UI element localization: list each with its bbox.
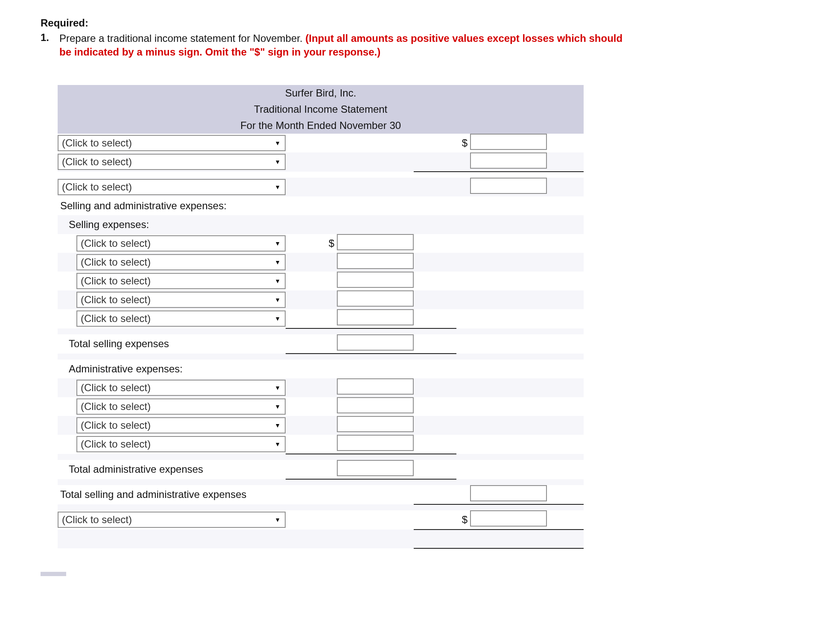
select-placeholder: (Click to select) [81, 382, 151, 394]
required-label: Required: [41, 17, 798, 29]
total-selling-input[interactable] [337, 334, 414, 351]
footer-decoration [41, 572, 66, 576]
select-placeholder: (Click to select) [81, 313, 151, 325]
admin-select-1[interactable]: (Click to select) ▼ [76, 380, 286, 396]
line-select-1[interactable]: (Click to select) ▼ [58, 135, 286, 151]
selling-input-4[interactable] [337, 290, 414, 307]
selling-select-4[interactable]: (Click to select) ▼ [76, 292, 286, 308]
select-placeholder: (Click to select) [62, 137, 132, 149]
chevron-down-icon: ▼ [275, 259, 281, 266]
dollar-symbol: $ [286, 234, 337, 253]
admin-input-2[interactable] [337, 397, 414, 413]
total-admin-label: Total administrative expenses [66, 460, 286, 479]
admin-expenses-header: Administrative expenses: [66, 360, 584, 378]
instruction-text: Prepare a traditional income statement f… [59, 32, 636, 59]
chevron-down-icon: ▼ [275, 422, 281, 429]
period-line: For the Month Ended November 30 [58, 117, 584, 134]
instruction-plain: Prepare a traditional income statement f… [59, 32, 305, 44]
dollar-symbol: $ [456, 510, 470, 530]
total-selling-label: Total selling expenses [66, 334, 286, 354]
total-selling-admin-input[interactable] [470, 485, 547, 501]
select-placeholder: (Click to select) [62, 181, 132, 193]
selling-select-5[interactable]: (Click to select) ▼ [76, 310, 286, 327]
admin-select-4[interactable]: (Click to select) ▼ [76, 436, 286, 452]
select-placeholder: (Click to select) [62, 514, 132, 526]
select-placeholder: (Click to select) [81, 256, 151, 268]
final-line-select[interactable]: (Click to select) ▼ [58, 512, 286, 528]
chevron-down-icon: ▼ [275, 240, 281, 247]
company-name: Surfer Bird, Inc. [58, 85, 584, 101]
chevron-down-icon: ▼ [275, 278, 281, 284]
select-placeholder: (Click to select) [81, 237, 151, 249]
total-admin-input[interactable] [337, 460, 414, 476]
selling-input-2[interactable] [337, 253, 414, 269]
select-placeholder: (Click to select) [81, 419, 151, 431]
selling-admin-header: Selling and administrative expenses: [58, 196, 584, 215]
admin-select-2[interactable]: (Click to select) ▼ [76, 398, 286, 415]
chevron-down-icon: ▼ [275, 296, 281, 303]
select-placeholder: (Click to select) [81, 294, 151, 306]
admin-input-4[interactable] [337, 435, 414, 451]
admin-select-3[interactable]: (Click to select) ▼ [76, 417, 286, 433]
income-statement-table: Surfer Bird, Inc. Traditional Income Sta… [58, 85, 584, 549]
chevron-down-icon: ▼ [275, 441, 281, 448]
instructions-block: 1. Prepare a traditional income statemen… [41, 32, 798, 59]
select-placeholder: (Click to select) [81, 438, 151, 450]
selling-input-5[interactable] [337, 309, 414, 325]
admin-input-1[interactable] [337, 378, 414, 395]
chevron-down-icon: ▼ [275, 184, 281, 190]
selling-input-3[interactable] [337, 272, 414, 288]
selling-select-2[interactable]: (Click to select) ▼ [76, 254, 286, 270]
admin-input-3[interactable] [337, 416, 414, 432]
amount-input-r3[interactable] [470, 178, 547, 194]
dollar-symbol: $ [456, 134, 470, 152]
selling-input-1[interactable] [337, 234, 414, 250]
chevron-down-icon: ▼ [275, 516, 281, 523]
statement-title: Traditional Income Statement [58, 101, 584, 117]
chevron-down-icon: ▼ [275, 403, 281, 410]
line-select-3[interactable]: (Click to select) ▼ [58, 179, 286, 195]
chevron-down-icon: ▼ [275, 315, 281, 322]
select-placeholder: (Click to select) [81, 275, 151, 287]
line-select-2[interactable]: (Click to select) ▼ [58, 154, 286, 170]
final-amount-input[interactable] [470, 510, 547, 527]
total-selling-admin-label: Total selling and administrative expense… [58, 485, 414, 504]
selling-select-1[interactable]: (Click to select) ▼ [76, 235, 286, 252]
chevron-down-icon: ▼ [275, 384, 281, 391]
step-number: 1. [41, 32, 53, 59]
select-placeholder: (Click to select) [81, 401, 151, 413]
chevron-down-icon: ▼ [275, 158, 281, 165]
chevron-down-icon: ▼ [275, 140, 281, 146]
selling-expenses-header: Selling expenses: [66, 215, 584, 234]
amount-input-r2[interactable] [470, 152, 547, 169]
selling-select-3[interactable]: (Click to select) ▼ [76, 273, 286, 289]
amount-input-r1[interactable] [470, 134, 547, 150]
select-placeholder: (Click to select) [62, 156, 132, 168]
